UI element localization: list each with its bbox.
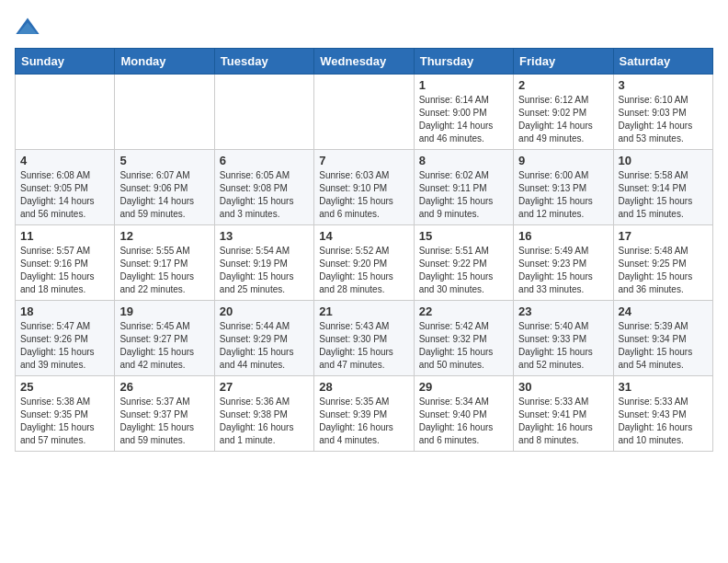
day-number: 30: [518, 380, 608, 394]
day-cell: 16Sunrise: 5:49 AM Sunset: 9:23 PM Dayli…: [514, 225, 613, 301]
day-info: Sunrise: 6:03 AM Sunset: 9:10 PM Dayligh…: [319, 169, 408, 221]
calendar: SundayMondayTuesdayWednesdayThursdayFrid…: [15, 48, 713, 452]
day-cell: 23Sunrise: 5:40 AM Sunset: 9:33 PM Dayli…: [514, 301, 613, 376]
day-info: Sunrise: 5:47 AM Sunset: 9:26 PM Dayligh…: [20, 320, 109, 372]
day-info: Sunrise: 6:12 AM Sunset: 9:02 PM Dayligh…: [518, 94, 608, 145]
day-info: Sunrise: 6:08 AM Sunset: 9:05 PM Dayligh…: [20, 169, 109, 221]
day-info: Sunrise: 5:40 AM Sunset: 9:33 PM Dayligh…: [518, 320, 608, 372]
day-number: 25: [20, 380, 109, 394]
day-cell: 3Sunrise: 6:10 AM Sunset: 9:03 PM Daylig…: [613, 75, 712, 150]
day-info: Sunrise: 5:34 AM Sunset: 9:40 PM Dayligh…: [419, 396, 508, 447]
day-number: 21: [319, 304, 408, 318]
day-cell: 12Sunrise: 5:55 AM Sunset: 9:17 PM Dayli…: [115, 225, 214, 301]
day-cell: [16, 75, 115, 150]
day-info: Sunrise: 5:49 AM Sunset: 9:23 PM Dayligh…: [518, 245, 608, 296]
day-info: Sunrise: 6:14 AM Sunset: 9:00 PM Dayligh…: [419, 94, 508, 145]
week-row-3: 11Sunrise: 5:57 AM Sunset: 9:16 PM Dayli…: [16, 225, 713, 301]
weekday-header-sunday: Sunday: [16, 49, 115, 75]
day-info: Sunrise: 6:02 AM Sunset: 9:11 PM Dayligh…: [419, 169, 508, 221]
day-number: 22: [419, 304, 508, 318]
day-cell: 19Sunrise: 5:45 AM Sunset: 9:27 PM Dayli…: [115, 301, 214, 376]
day-cell: [115, 75, 214, 150]
day-number: 29: [419, 380, 508, 394]
day-info: Sunrise: 5:37 AM Sunset: 9:37 PM Dayligh…: [119, 396, 209, 447]
day-cell: [314, 75, 414, 150]
day-info: Sunrise: 5:38 AM Sunset: 9:35 PM Dayligh…: [20, 396, 109, 447]
day-info: Sunrise: 5:33 AM Sunset: 9:41 PM Dayligh…: [518, 396, 608, 447]
day-cell: 26Sunrise: 5:37 AM Sunset: 9:37 PM Dayli…: [115, 376, 214, 452]
day-cell: 7Sunrise: 6:03 AM Sunset: 9:10 PM Daylig…: [314, 150, 414, 225]
day-info: Sunrise: 5:54 AM Sunset: 9:19 PM Dayligh…: [220, 245, 309, 296]
day-cell: 25Sunrise: 5:38 AM Sunset: 9:35 PM Dayli…: [16, 376, 115, 452]
day-info: Sunrise: 5:48 AM Sunset: 9:25 PM Dayligh…: [619, 245, 708, 296]
day-cell: 8Sunrise: 6:02 AM Sunset: 9:11 PM Daylig…: [414, 150, 513, 225]
day-number: 16: [518, 229, 608, 243]
day-info: Sunrise: 5:44 AM Sunset: 9:29 PM Dayligh…: [220, 320, 309, 372]
weekday-header-thursday: Thursday: [414, 49, 513, 75]
weekday-header-tuesday: Tuesday: [214, 49, 313, 75]
weekday-header-wednesday: Wednesday: [314, 49, 414, 75]
day-cell: 20Sunrise: 5:44 AM Sunset: 9:29 PM Dayli…: [214, 301, 313, 376]
weekday-header-monday: Monday: [115, 49, 214, 75]
day-info: Sunrise: 6:05 AM Sunset: 9:08 PM Dayligh…: [220, 169, 309, 221]
day-number: 12: [119, 229, 209, 243]
week-row-1: 1Sunrise: 6:14 AM Sunset: 9:00 PM Daylig…: [16, 75, 713, 150]
day-cell: 11Sunrise: 5:57 AM Sunset: 9:16 PM Dayli…: [16, 225, 115, 301]
day-info: Sunrise: 5:45 AM Sunset: 9:27 PM Dayligh…: [119, 320, 209, 372]
day-cell: 14Sunrise: 5:52 AM Sunset: 9:20 PM Dayli…: [314, 225, 414, 301]
logo-icon: [15, 15, 40, 40]
day-number: 3: [619, 78, 708, 92]
week-row-4: 18Sunrise: 5:47 AM Sunset: 9:26 PM Dayli…: [16, 301, 713, 376]
day-number: 17: [619, 229, 708, 243]
day-number: 11: [20, 229, 109, 243]
day-info: Sunrise: 5:43 AM Sunset: 9:30 PM Dayligh…: [319, 320, 408, 372]
day-number: 9: [518, 154, 608, 167]
day-number: 1: [419, 78, 508, 92]
day-cell: [214, 75, 313, 150]
day-cell: 13Sunrise: 5:54 AM Sunset: 9:19 PM Dayli…: [214, 225, 313, 301]
day-cell: 29Sunrise: 5:34 AM Sunset: 9:40 PM Dayli…: [414, 376, 513, 452]
day-cell: 31Sunrise: 5:33 AM Sunset: 9:43 PM Dayli…: [613, 376, 712, 452]
day-cell: 10Sunrise: 5:58 AM Sunset: 9:14 PM Dayli…: [613, 150, 712, 225]
day-cell: 6Sunrise: 6:05 AM Sunset: 9:08 PM Daylig…: [214, 150, 313, 225]
day-number: 4: [20, 154, 109, 167]
day-cell: 24Sunrise: 5:39 AM Sunset: 9:34 PM Dayli…: [613, 301, 712, 376]
day-info: Sunrise: 5:57 AM Sunset: 9:16 PM Dayligh…: [20, 245, 109, 296]
week-row-2: 4Sunrise: 6:08 AM Sunset: 9:05 PM Daylig…: [16, 150, 713, 225]
day-info: Sunrise: 5:42 AM Sunset: 9:32 PM Dayligh…: [419, 320, 508, 372]
day-info: Sunrise: 5:33 AM Sunset: 9:43 PM Dayligh…: [619, 396, 708, 447]
day-number: 20: [220, 304, 309, 318]
weekday-header-friday: Friday: [514, 49, 613, 75]
day-cell: 30Sunrise: 5:33 AM Sunset: 9:41 PM Dayli…: [514, 376, 613, 452]
day-info: Sunrise: 6:07 AM Sunset: 9:06 PM Dayligh…: [119, 169, 209, 221]
day-info: Sunrise: 5:55 AM Sunset: 9:17 PM Dayligh…: [119, 245, 209, 296]
day-number: 19: [119, 304, 209, 318]
day-number: 31: [619, 380, 708, 394]
header: [15, 15, 713, 40]
day-cell: 22Sunrise: 5:42 AM Sunset: 9:32 PM Dayli…: [414, 301, 513, 376]
day-cell: 18Sunrise: 5:47 AM Sunset: 9:26 PM Dayli…: [16, 301, 115, 376]
day-number: 15: [419, 229, 508, 243]
day-info: Sunrise: 5:36 AM Sunset: 9:38 PM Dayligh…: [220, 396, 309, 447]
day-number: 24: [619, 304, 708, 318]
logo: [15, 15, 44, 40]
day-number: 6: [220, 154, 309, 167]
day-number: 18: [20, 304, 109, 318]
day-number: 2: [518, 78, 608, 92]
week-row-5: 25Sunrise: 5:38 AM Sunset: 9:35 PM Dayli…: [16, 376, 713, 452]
day-info: Sunrise: 6:00 AM Sunset: 9:13 PM Dayligh…: [518, 169, 608, 221]
day-number: 26: [119, 380, 209, 394]
day-number: 5: [119, 154, 209, 167]
day-number: 14: [319, 229, 408, 243]
day-number: 28: [319, 380, 408, 394]
day-cell: 27Sunrise: 5:36 AM Sunset: 9:38 PM Dayli…: [214, 376, 313, 452]
day-info: Sunrise: 5:51 AM Sunset: 9:22 PM Dayligh…: [419, 245, 508, 296]
day-cell: 4Sunrise: 6:08 AM Sunset: 9:05 PM Daylig…: [16, 150, 115, 225]
day-cell: 9Sunrise: 6:00 AM Sunset: 9:13 PM Daylig…: [514, 150, 613, 225]
day-cell: 21Sunrise: 5:43 AM Sunset: 9:30 PM Dayli…: [314, 301, 414, 376]
day-info: Sunrise: 5:58 AM Sunset: 9:14 PM Dayligh…: [619, 169, 708, 221]
day-number: 27: [220, 380, 309, 394]
day-cell: 17Sunrise: 5:48 AM Sunset: 9:25 PM Dayli…: [613, 225, 712, 301]
day-number: 13: [220, 229, 309, 243]
day-number: 10: [619, 154, 708, 167]
